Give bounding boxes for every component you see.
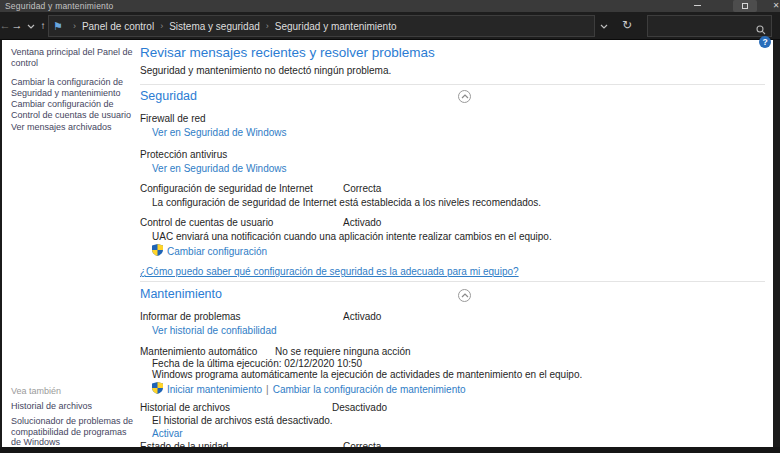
minimize-icon bbox=[694, 5, 701, 6]
sidebar-item-compatibility-troubleshooter[interactable]: Solucionador de problemas de compatibili… bbox=[11, 416, 137, 447]
uac-change-settings-link[interactable]: Cambiar configuración bbox=[167, 246, 267, 257]
main-panel: Revisar mensajes recientes y resolver pr… bbox=[140, 40, 773, 447]
security-section-header: Seguridad bbox=[140, 89, 197, 103]
internet-security-detail: La configuración de seguridad de Interne… bbox=[152, 197, 541, 208]
report-problems-status: Activado bbox=[343, 311, 381, 322]
breadcrumb-item-control-panel[interactable]: Panel de control bbox=[82, 21, 154, 32]
window-bottom-edge bbox=[0, 447, 780, 453]
search-input[interactable] bbox=[651, 17, 751, 35]
page-subtitle: Seguridad y mantenimiento no detectó nin… bbox=[140, 65, 391, 76]
sidebar-item-control-panel-home[interactable]: Ventana principal del Panel de control bbox=[11, 47, 137, 68]
navigation-bar: ← → ↑ ⚑ › Panel de control › Sistema y s… bbox=[0, 12, 780, 40]
file-history-activate-link[interactable]: Activar bbox=[152, 428, 183, 439]
breadcrumb-item-security-maintenance[interactable]: Seguridad y mantenimiento bbox=[275, 21, 397, 32]
refresh-icon[interactable]: ↻ bbox=[614, 12, 640, 40]
maximize-icon bbox=[742, 3, 748, 9]
security-help-link[interactable]: ¿Cómo puedo saber qué configuración de s… bbox=[140, 266, 519, 277]
sidebar-item-change-security-settings[interactable]: Cambiar la configuración de Seguridad y … bbox=[11, 77, 137, 98]
window-title: Seguridad y mantenimiento bbox=[5, 1, 113, 11]
link-separator: | bbox=[266, 384, 269, 395]
uac-action-line: Cambiar configuración bbox=[152, 244, 267, 258]
uac-status: Activado bbox=[343, 217, 381, 228]
sidebar: Ventana principal del Panel de control C… bbox=[11, 40, 137, 447]
reliability-history-link[interactable]: Ver historial de confiabilidad bbox=[152, 325, 277, 336]
uac-detail: UAC enviará una notificación cuando una … bbox=[152, 231, 552, 242]
titlebar: Seguridad y mantenimiento ✕ bbox=[0, 0, 780, 12]
section-divider bbox=[140, 84, 765, 85]
start-maintenance-link[interactable]: Iniciar mantenimiento bbox=[167, 384, 262, 395]
forward-icon[interactable]: → bbox=[9, 12, 25, 40]
sidebar-item-change-uac-settings[interactable]: Cambiar configuración de Control de cuen… bbox=[11, 99, 137, 120]
breadcrumb[interactable]: ⚑ › Panel de control › Sistema y segurid… bbox=[48, 15, 595, 37]
recent-pages-chevron-icon[interactable] bbox=[26, 12, 36, 40]
uac-shield-icon bbox=[152, 382, 163, 396]
antivirus-row-title: Protección antivirus bbox=[140, 149, 227, 160]
see-also-header: Vea también bbox=[11, 386, 61, 396]
help-button[interactable]: ? bbox=[759, 36, 771, 48]
content-area: Ventana principal del Panel de control C… bbox=[2, 40, 773, 447]
page-title: Revisar mensajes recientes y resolver pr… bbox=[140, 45, 435, 60]
sidebar-item-archived-messages[interactable]: Ver mensajes archivados bbox=[11, 122, 112, 133]
antivirus-view-link[interactable]: Ver en Seguridad de Windows bbox=[152, 163, 287, 174]
file-history-row-title: Historial de archivos bbox=[140, 402, 230, 413]
address-dropdown-chevron-icon[interactable] bbox=[596, 12, 612, 40]
search-box bbox=[647, 15, 772, 37]
auto-maintenance-status: No se requiere ninguna acción bbox=[275, 346, 411, 357]
close-button[interactable]: ✕ bbox=[766, 0, 780, 12]
firewall-view-link[interactable]: Ver en Seguridad de Windows bbox=[152, 127, 287, 138]
uac-row-title: Control de cuentas de usuario bbox=[140, 217, 273, 228]
uac-shield-icon bbox=[152, 244, 163, 258]
file-history-detail: El historial de archivos está desactivad… bbox=[152, 415, 333, 426]
crumb-separator: › bbox=[160, 21, 163, 31]
auto-maintenance-description: Windows programa automáticamente la ejec… bbox=[152, 369, 582, 380]
auto-maintenance-last-run: Fecha de la última ejecución: 02/12/2020… bbox=[152, 358, 362, 369]
collapse-maintenance-button[interactable] bbox=[458, 289, 471, 302]
internet-security-row-title: Configuración de seguridad de Internet bbox=[140, 183, 313, 194]
breadcrumb-item-system-security[interactable]: Sistema y seguridad bbox=[169, 21, 260, 32]
firewall-row-title: Firewall de red bbox=[140, 113, 206, 124]
security-flag-icon: ⚑ bbox=[53, 20, 63, 33]
report-problems-row-title: Informar de problemas bbox=[140, 311, 241, 322]
maintenance-section-header: Mantenimiento bbox=[140, 287, 222, 301]
maximize-button[interactable] bbox=[733, 0, 757, 12]
crumb-separator: › bbox=[73, 21, 76, 31]
chevron-up-icon bbox=[461, 94, 469, 99]
auto-maintenance-action-line: Iniciar mantenimiento | Cambiar la confi… bbox=[152, 382, 466, 396]
file-history-status: Desactivado bbox=[332, 402, 387, 413]
section-divider bbox=[140, 281, 765, 282]
collapse-security-button[interactable] bbox=[458, 90, 471, 103]
internet-security-status: Correcta bbox=[343, 183, 381, 194]
auto-maintenance-row-title: Mantenimiento automático bbox=[140, 346, 257, 357]
change-maintenance-settings-link[interactable]: Cambiar la configuración de mantenimient… bbox=[273, 384, 466, 395]
window-right-edge bbox=[773, 40, 780, 453]
chevron-up-icon bbox=[461, 293, 469, 298]
sidebar-item-file-history[interactable]: Historial de archivos bbox=[11, 401, 92, 412]
crumb-separator: › bbox=[266, 21, 269, 31]
minimize-button[interactable] bbox=[687, 0, 707, 12]
